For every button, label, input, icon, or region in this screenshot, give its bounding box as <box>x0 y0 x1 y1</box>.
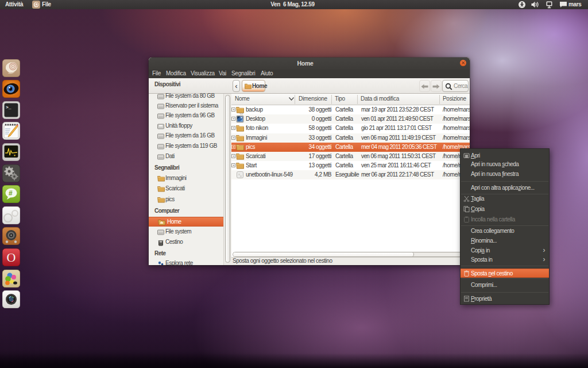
svg-text:#: # <box>9 189 13 197</box>
svg-text:♥: ♥ <box>14 154 16 157</box>
svg-text:>_: >_ <box>6 105 11 110</box>
svg-text:O: O <box>7 250 16 264</box>
